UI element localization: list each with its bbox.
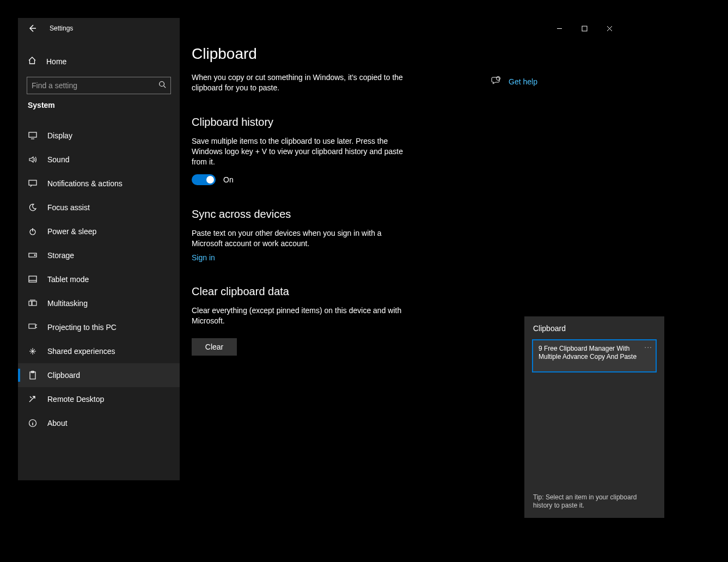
history-toggle-row: On [192, 174, 480, 185]
svg-rect-2 [29, 180, 36, 185]
nav-item-clipboard[interactable]: Clipboard [18, 363, 180, 387]
svg-rect-13 [582, 26, 587, 31]
home-label: Home [46, 57, 66, 66]
multitasking-icon [28, 300, 38, 307]
nav-item-sound[interactable]: Sound [18, 148, 180, 172]
sidebar-header: Settings [18, 20, 180, 36]
tablet-icon [28, 276, 38, 283]
nav-label: Remote Desktop [47, 395, 104, 404]
home-icon [28, 56, 36, 67]
clipboard-flyout: Clipboard 9 Free Clipboard Manager With … [524, 316, 664, 518]
power-icon [28, 227, 38, 236]
display-icon [28, 132, 38, 139]
svg-rect-8 [32, 301, 36, 306]
nav-label: Notifications & actions [47, 179, 123, 188]
nav-label: Shared experiences [47, 347, 115, 356]
sidebar-home[interactable]: Home [18, 51, 180, 72]
nav-item-multitasking[interactable]: Multitasking [18, 291, 180, 315]
svg-point-5 [34, 255, 35, 256]
storage-icon [28, 253, 38, 258]
notifications-icon [28, 180, 38, 187]
sync-heading: Sync across devices [192, 208, 480, 221]
nav-label: Multitasking [47, 299, 88, 308]
sound-icon [28, 156, 38, 163]
clipboard-item-text: 9 Free Clipboard Manager With Multiple A… [539, 345, 637, 361]
search-icon [158, 81, 166, 90]
search-input[interactable] [32, 81, 158, 90]
nav-item-display[interactable]: Display [18, 124, 180, 148]
history-heading: Clipboard history [192, 116, 480, 129]
flyout-title: Clipboard [524, 324, 664, 339]
history-desc: Save multiple items to the clipboard to … [192, 136, 409, 167]
more-icon[interactable]: ··· [644, 343, 652, 352]
help-link-label: Get help [509, 77, 537, 86]
nav-item-projecting[interactable]: Projecting to this PC [18, 315, 180, 339]
nav-label: Power & sleep [47, 227, 96, 236]
svg-rect-6 [29, 276, 36, 282]
sidebar: Settings Home System Display [18, 18, 180, 480]
nav-item-about[interactable]: About [18, 411, 180, 435]
sync-desc: Paste text on your other devices when yo… [192, 228, 409, 249]
history-toggle-label: On [223, 175, 234, 184]
nav-item-storage[interactable]: Storage [18, 243, 180, 267]
nav-item-power-sleep[interactable]: Power & sleep [18, 219, 180, 243]
remote-desktop-icon [28, 395, 38, 403]
nav-item-shared-experiences[interactable]: Shared experiences [18, 339, 180, 363]
nav-item-notifications[interactable]: Notifications & actions [18, 172, 180, 196]
clipboard-icon [28, 371, 38, 380]
maximize-button[interactable] [572, 20, 597, 36]
help-column: Get help [491, 76, 537, 356]
nav-item-focus-assist[interactable]: Focus assist [18, 196, 180, 219]
svg-point-0 [160, 82, 164, 87]
nav-label: Projecting to this PC [47, 323, 117, 332]
nav-item-tablet-mode[interactable]: Tablet mode [18, 267, 180, 291]
nav-label: About [47, 419, 68, 427]
svg-rect-9 [29, 324, 35, 328]
focus-assist-icon [28, 203, 38, 212]
back-icon[interactable] [28, 24, 36, 33]
shared-icon [28, 347, 38, 356]
svg-rect-7 [29, 301, 32, 306]
nav-label: Tablet mode [47, 275, 89, 284]
page-intro: When you copy or cut something in Window… [192, 72, 409, 93]
help-icon [491, 76, 501, 88]
projecting-icon [28, 323, 38, 331]
window-controls [547, 20, 622, 36]
content-column: When you copy or cut something in Window… [192, 72, 480, 356]
get-help-link[interactable]: Get help [491, 76, 537, 88]
svg-rect-1 [29, 132, 36, 137]
clear-button[interactable]: Clear [192, 338, 237, 356]
about-icon [28, 419, 38, 427]
nav-item-remote-desktop[interactable]: Remote Desktop [18, 387, 180, 411]
minimize-button[interactable] [547, 20, 572, 36]
nav-list: Display Sound Notifications & actions Fo… [18, 124, 180, 435]
nav-label: Clipboard [47, 371, 80, 380]
clipboard-item[interactable]: 9 Free Clipboard Manager With Multiple A… [532, 339, 657, 372]
flyout-tip: Tip: Select an item in your clipboard hi… [524, 490, 664, 514]
nav-label: Sound [47, 155, 69, 164]
app-title: Settings [50, 25, 73, 32]
search-box[interactable] [27, 77, 171, 94]
nav-label: Storage [47, 251, 74, 260]
sign-in-link[interactable]: Sign in [192, 253, 215, 262]
history-toggle[interactable] [192, 174, 216, 185]
nav-label: Focus assist [47, 203, 90, 212]
search-wrap [18, 72, 180, 96]
page-title: Clipboard [192, 45, 610, 63]
close-button[interactable] [597, 20, 622, 36]
clear-heading: Clear clipboard data [192, 285, 480, 298]
section-label: System [18, 96, 180, 114]
clear-desc: Clear everything (except pinned items) o… [192, 306, 409, 326]
nav-label: Display [47, 131, 72, 140]
